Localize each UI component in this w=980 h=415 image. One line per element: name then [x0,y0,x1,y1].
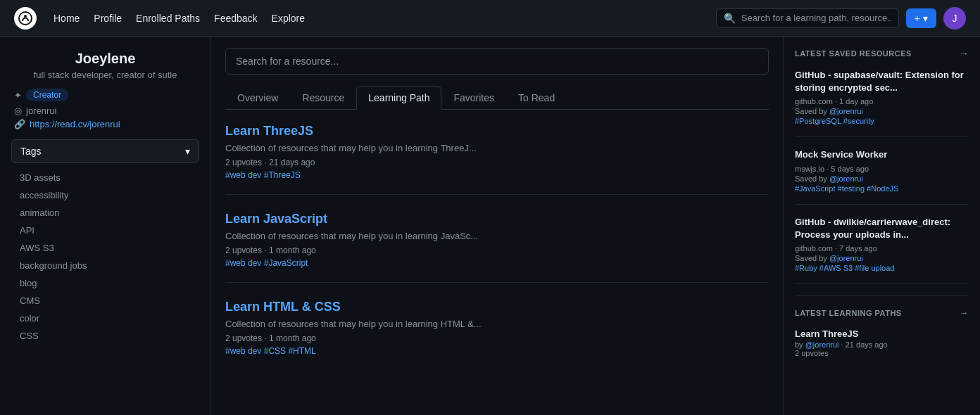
at-sign-icon: ◎ [14,106,22,116]
creator-icon: ✦ [14,90,22,101]
tag-item[interactable]: API [17,222,199,239]
path-desc: Collection of resources that may help yo… [225,231,769,241]
sidebar-at-sign: ◎ jorenrui [11,106,199,116]
resource-meta: github.com · 1 day ago [795,97,969,106]
nav-home[interactable]: Home [54,13,80,24]
tags-label: Tags [20,146,42,157]
tab-to-read[interactable]: To Read [506,86,567,110]
path-desc: Collection of resources that may help yo… [225,319,769,329]
path-tags: #web dev #ThreeJS [225,170,769,180]
saved-resources-title: LATEST SAVED RESOURCES [795,49,912,58]
resource-item: GitHub - dwilkie/carrierwave_direct: Pro… [795,216,969,284]
resource-tags: #PostgreSQL #security [795,117,969,125]
main-layout: Joeylene full stack developer, creator o… [0,37,980,415]
path-desc: Collection of resources that may help yo… [225,143,769,153]
nav-enrolled-paths[interactable]: Enrolled Paths [136,13,200,24]
resource-search-input[interactable] [225,48,769,75]
path-title[interactable]: Learn ThreeJS [225,124,769,139]
learning-paths-header: LATEST LEARNING PATHS → [795,307,969,319]
right-panel: LATEST SAVED RESOURCES → GitHub - supaba… [783,37,980,415]
sidebar: Joeylene full stack developer, creator o… [0,37,211,415]
arrow-right-icon[interactable]: → [959,48,969,59]
resource-meta: github.com · 7 days ago [795,244,969,253]
lp-upvotes: 2 upvotes [795,349,969,357]
navbar: Home Profile Enrolled Paths Feedback Exp… [0,0,980,37]
sidebar-link: 🔗 https://read.cv/jorenrui [11,119,199,129]
path-card: Learn HTML & CSS Collection of resources… [225,300,769,370]
sidebar-url[interactable]: https://read.cv/jorenrui [30,119,120,129]
plus-button[interactable]: + ▾ [906,8,936,28]
chevron-down-icon: ▾ [185,146,190,157]
sidebar-badge-row: ✦ Creator [11,89,199,101]
nav-explore[interactable]: Explore [272,13,305,24]
tags-dropdown-header[interactable]: Tags ▾ [11,139,199,163]
resource-title: Mock Service Worker [795,148,969,161]
path-card: Learn ThreeJS Collection of resources th… [225,124,769,195]
resource-title: GitHub - supabase/vault: Extension for s… [795,69,969,94]
nav-profile[interactable]: Profile [94,13,122,24]
tag-item[interactable]: color [17,309,199,327]
global-search-input[interactable] [741,13,891,23]
saved-resources-header: LATEST SAVED RESOURCES → [795,48,969,59]
tag-item[interactable]: 3D assets [17,169,199,186]
sidebar-username: Joeylene [11,51,199,67]
nav-feedback[interactable]: Feedback [214,13,257,24]
resource-title: GitHub - dwilkie/carrierwave_direct: Pro… [795,216,969,241]
path-meta: 2 upvotes · 1 month ago [225,333,769,343]
resource-saved-by: Saved by @jorenrui [795,254,969,262]
tab-resource[interactable]: Resource [290,86,356,110]
chevron-down-icon: ▾ [923,13,928,24]
path-meta: 2 upvotes · 21 days ago [225,158,769,167]
tab-favorites[interactable]: Favorites [441,86,506,110]
lp-item-title: Learn ThreeJS [795,328,969,339]
sidebar-bio: full stack developer, creator of sutle [11,70,199,80]
path-title[interactable]: Learn HTML & CSS [225,300,769,314]
tabs: Overview Resource Learning Path Favorite… [225,86,769,110]
content-area: Overview Resource Learning Path Favorite… [211,37,783,415]
app-logo[interactable] [14,7,37,30]
path-tags: #web dev #JavaScript [225,258,769,268]
arrow-right-icon[interactable]: → [959,307,969,319]
global-search-bar[interactable]: 🔍 [716,8,899,28]
plus-icon: + [915,13,920,24]
path-tags: #web dev #CSS #HTML [225,346,769,356]
tag-item[interactable]: CSS [17,327,199,345]
lp-author-link[interactable]: @jorenrui [805,340,839,349]
svg-point-1 [24,15,27,18]
tab-overview[interactable]: Overview [225,86,290,110]
panel-divider [795,295,969,296]
path-card: Learn JavaScript Collection of resources… [225,212,769,283]
lp-date: 21 days ago [846,340,888,349]
search-icon: 🔍 [724,13,736,24]
learning-paths-title: LATEST LEARNING PATHS [795,309,902,317]
saved-by-link[interactable]: @jorenrui [829,254,863,262]
user-avatar[interactable]: J [943,7,966,30]
path-meta: 2 upvotes · 1 month ago [225,245,769,255]
tag-item[interactable]: CMS [17,292,199,309]
resource-saved-by: Saved by @jorenrui [795,174,969,183]
tab-learning-path[interactable]: Learning Path [356,86,441,110]
resource-item: GitHub - supabase/vault: Extension for s… [795,69,969,137]
navbar-right: 🔍 + ▾ J [716,7,966,30]
tag-item[interactable]: accessibility [17,186,199,204]
resource-saved-by: Saved by @jorenrui [795,107,969,115]
lp-item-meta: by @jorenrui · 21 days ago [795,340,969,349]
link-icon: 🔗 [14,119,25,129]
tag-item[interactable]: blog [17,274,199,292]
resource-meta: mswjs.io · 5 days ago [795,165,969,173]
resource-item: Mock Service Worker mswjs.io · 5 days ag… [795,148,969,204]
nav-links: Home Profile Enrolled Paths Feedback Exp… [54,13,305,24]
tags-list: 3D assets accessibility animation API AW… [11,169,199,345]
saved-by-link[interactable]: @jorenrui [829,107,863,115]
creator-badge: Creator [26,89,68,101]
tag-item[interactable]: animation [17,204,199,222]
resource-tags: #Ruby #AWS S3 #file upload [795,264,969,272]
resource-tags: #JavaScript #testing #NodeJS [795,184,969,193]
saved-by-link[interactable]: @jorenrui [829,174,863,183]
tag-item[interactable]: AWS S3 [17,239,199,257]
sidebar-username-handle: jorenrui [26,106,56,116]
path-title[interactable]: Learn JavaScript [225,212,769,226]
lp-item: Learn ThreeJS by @jorenrui · 21 days ago… [795,328,969,357]
tag-item[interactable]: background jobs [17,257,199,274]
